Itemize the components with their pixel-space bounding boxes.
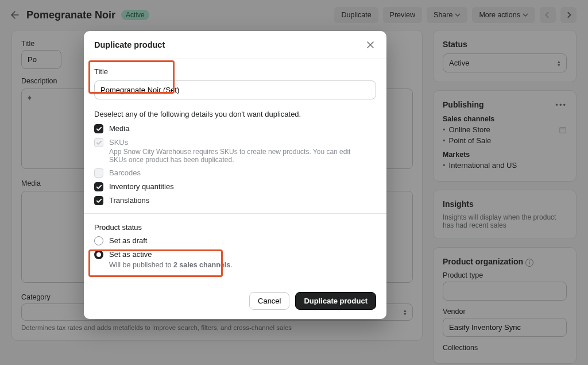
checkbox-translations[interactable] <box>94 196 103 205</box>
checkbox-barcodes-label: Barcodes <box>109 168 141 177</box>
radio-active-sub: Will be published to 2 sales channels. <box>109 261 233 269</box>
product-status-heading: Product status <box>94 223 376 232</box>
confirm-duplicate-button[interactable]: Duplicate product <box>295 292 376 310</box>
modal-title: Duplicate product <box>94 40 165 49</box>
deselect-instruction: Deselect any of the following details yo… <box>94 110 376 118</box>
duplicate-product-modal: Duplicate product Title Deselect any of … <box>84 31 386 319</box>
checkbox-inventory-label: Inventory quantities <box>109 182 174 191</box>
cancel-button[interactable]: Cancel <box>249 292 289 310</box>
modal-title-label: Title <box>94 67 376 76</box>
checkbox-media[interactable] <box>94 124 103 133</box>
checkbox-inventory[interactable] <box>94 182 103 191</box>
radio-draft-label: Set as draft <box>109 236 147 245</box>
checkbox-media-label: Media <box>109 124 129 133</box>
checkbox-skus-help: App Snow City Warehouse requires SKUs to… <box>109 148 356 164</box>
checkbox-skus <box>94 138 103 147</box>
radio-active-label: Set as active <box>109 250 233 259</box>
checkbox-barcodes <box>94 168 103 178</box>
radio-draft[interactable] <box>94 236 103 245</box>
close-icon[interactable] <box>365 39 376 51</box>
checkbox-skus-label: SKUs <box>109 138 356 147</box>
checkbox-translations-label: Translations <box>109 196 149 205</box>
modal-title-input[interactable] <box>94 80 376 99</box>
radio-active[interactable] <box>94 250 103 259</box>
